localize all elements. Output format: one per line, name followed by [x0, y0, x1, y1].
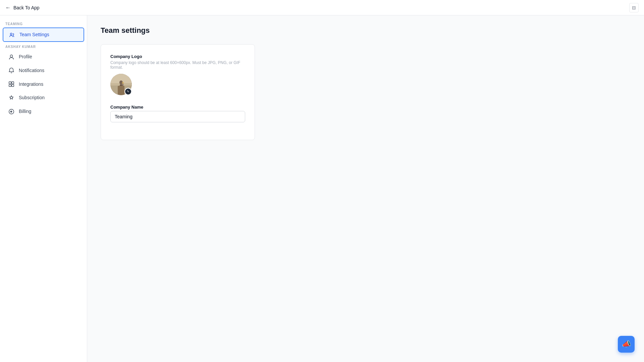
user-section-label: AKSHAY KUMAR	[0, 42, 87, 50]
top-bar: ← Back To App ⊟	[0, 0, 644, 15]
svg-rect-2	[9, 82, 11, 84]
notifications-icon	[8, 67, 15, 74]
svg-rect-11	[120, 84, 122, 89]
sidebar: TEAMING Team Settings AKSHAY KUMAR	[0, 15, 87, 362]
sidebar-item-integrations-label: Integrations	[19, 81, 43, 87]
main-layout: TEAMING Team Settings AKSHAY KUMAR	[0, 15, 644, 362]
sidebar-item-integrations[interactable]: Integrations	[3, 77, 84, 90]
sidebar-toggle-icon: ⊟	[632, 5, 636, 10]
sidebar-item-profile-label: Profile	[19, 54, 32, 59]
company-name-input[interactable]	[110, 111, 245, 122]
sidebar-item-team-settings[interactable]: Team Settings	[3, 27, 84, 42]
company-name-group: Company Name	[110, 105, 245, 122]
sidebar-item-billing-label: Billing	[19, 109, 31, 114]
company-logo-group: Company Logo Company logo should be at l…	[110, 54, 245, 97]
edit-icon: ✎	[127, 90, 129, 93]
sidebar-toggle-button[interactable]: ⊟	[629, 3, 639, 12]
integrations-icon	[8, 81, 15, 87]
logo-wrapper: ✎	[110, 74, 132, 95]
back-arrow-icon: ←	[5, 5, 11, 11]
back-to-app-link[interactable]: ← Back To App	[5, 5, 40, 11]
svg-point-1	[10, 55, 12, 57]
logo-edit-button[interactable]: ✎	[124, 88, 132, 95]
main-content: Team settings Company Logo Company logo …	[87, 15, 644, 362]
teaming-section-label: TEAMING	[0, 19, 87, 27]
svg-point-13	[122, 82, 124, 84]
sidebar-item-billing[interactable]: Billing	[3, 105, 84, 118]
page-title: Team settings	[101, 26, 631, 35]
sidebar-item-team-settings-label: Team Settings	[19, 32, 49, 37]
svg-point-0	[10, 33, 12, 35]
sidebar-item-notifications[interactable]: Notifications	[3, 64, 84, 77]
sidebar-item-profile[interactable]: Profile	[3, 50, 84, 63]
company-logo-hint: Company logo should be at least 600×600p…	[110, 60, 245, 70]
svg-rect-4	[9, 84, 11, 86]
subscription-icon	[8, 95, 15, 101]
company-name-label: Company Name	[110, 105, 245, 110]
svg-rect-3	[12, 82, 14, 84]
team-icon	[9, 32, 15, 38]
support-fab-button[interactable]: 📣	[618, 336, 635, 353]
company-logo-label: Company Logo	[110, 54, 245, 59]
team-settings-card: Company Logo Company logo should be at l…	[101, 44, 255, 140]
megaphone-icon: 📣	[622, 340, 631, 349]
billing-icon	[8, 108, 15, 115]
sidebar-item-subscription-label: Subscription	[19, 95, 45, 100]
back-to-app-label: Back To App	[13, 5, 40, 10]
sidebar-item-subscription[interactable]: Subscription	[3, 91, 84, 104]
svg-rect-5	[12, 84, 14, 86]
profile-icon	[8, 54, 15, 60]
sidebar-item-notifications-label: Notifications	[19, 68, 44, 73]
